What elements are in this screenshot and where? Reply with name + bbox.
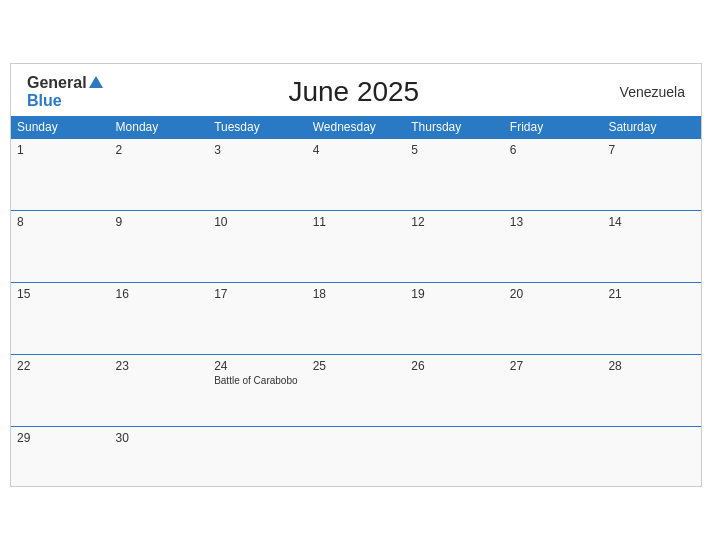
day-number: 28 bbox=[608, 359, 621, 373]
calendar-cell: 23 bbox=[110, 354, 209, 426]
day-number: 25 bbox=[313, 359, 326, 373]
day-number: 27 bbox=[510, 359, 523, 373]
day-number: 7 bbox=[608, 143, 615, 157]
calendar-cell: 24Battle of Carabobo bbox=[208, 354, 307, 426]
calendar-cell: 2 bbox=[110, 138, 209, 210]
day-number: 29 bbox=[17, 431, 30, 445]
calendar-cell: 7 bbox=[602, 138, 701, 210]
calendar-week-row: 2930 bbox=[11, 426, 701, 486]
calendar-container: General Blue June 2025 Venezuela Sunday … bbox=[10, 63, 702, 488]
day-number: 11 bbox=[313, 215, 326, 229]
day-number: 23 bbox=[116, 359, 129, 373]
country-label: Venezuela bbox=[605, 84, 685, 100]
calendar-cell bbox=[307, 426, 406, 486]
day-number: 16 bbox=[116, 287, 129, 301]
day-number: 8 bbox=[17, 215, 24, 229]
day-number: 21 bbox=[608, 287, 621, 301]
day-number: 14 bbox=[608, 215, 621, 229]
day-number: 9 bbox=[116, 215, 123, 229]
calendar-cell: 12 bbox=[405, 210, 504, 282]
calendar-cell bbox=[208, 426, 307, 486]
calendar-week-row: 1234567 bbox=[11, 138, 701, 210]
calendar-week-row: 15161718192021 bbox=[11, 282, 701, 354]
day-number: 30 bbox=[116, 431, 129, 445]
logo-triangle-icon bbox=[89, 76, 103, 88]
calendar-cell: 19 bbox=[405, 282, 504, 354]
calendar-cell: 29 bbox=[11, 426, 110, 486]
calendar-cell: 21 bbox=[602, 282, 701, 354]
day-number: 20 bbox=[510, 287, 523, 301]
day-number: 13 bbox=[510, 215, 523, 229]
weekday-sunday: Sunday bbox=[11, 116, 110, 139]
day-number: 18 bbox=[313, 287, 326, 301]
calendar-cell: 15 bbox=[11, 282, 110, 354]
day-number: 4 bbox=[313, 143, 320, 157]
calendar-header: General Blue June 2025 Venezuela bbox=[11, 64, 701, 116]
calendar-grid: Sunday Monday Tuesday Wednesday Thursday… bbox=[11, 116, 701, 487]
calendar-cell: 17 bbox=[208, 282, 307, 354]
calendar-cell bbox=[405, 426, 504, 486]
weekday-tuesday: Tuesday bbox=[208, 116, 307, 139]
calendar-cell: 11 bbox=[307, 210, 406, 282]
weekday-thursday: Thursday bbox=[405, 116, 504, 139]
day-number: 24 bbox=[214, 359, 227, 373]
calendar-cell bbox=[602, 426, 701, 486]
calendar-cell: 10 bbox=[208, 210, 307, 282]
calendar-cell: 3 bbox=[208, 138, 307, 210]
calendar-cell: 22 bbox=[11, 354, 110, 426]
weekday-monday: Monday bbox=[110, 116, 209, 139]
weekday-saturday: Saturday bbox=[602, 116, 701, 139]
calendar-cell: 1 bbox=[11, 138, 110, 210]
weekday-wednesday: Wednesday bbox=[307, 116, 406, 139]
calendar-cell: 25 bbox=[307, 354, 406, 426]
day-number: 6 bbox=[510, 143, 517, 157]
calendar-cell: 26 bbox=[405, 354, 504, 426]
calendar-cell: 27 bbox=[504, 354, 603, 426]
calendar-cell: 18 bbox=[307, 282, 406, 354]
calendar-cell: 16 bbox=[110, 282, 209, 354]
calendar-cell: 30 bbox=[110, 426, 209, 486]
day-number: 3 bbox=[214, 143, 221, 157]
day-number: 26 bbox=[411, 359, 424, 373]
day-number: 10 bbox=[214, 215, 227, 229]
logo-general-text: General bbox=[27, 74, 87, 92]
day-number: 12 bbox=[411, 215, 424, 229]
calendar-cell: 6 bbox=[504, 138, 603, 210]
weekday-friday: Friday bbox=[504, 116, 603, 139]
logo: General Blue bbox=[27, 74, 103, 110]
calendar-cell: 13 bbox=[504, 210, 603, 282]
event-text: Battle of Carabobo bbox=[214, 375, 297, 386]
day-number: 22 bbox=[17, 359, 30, 373]
calendar-cell: 14 bbox=[602, 210, 701, 282]
day-number: 17 bbox=[214, 287, 227, 301]
day-number: 19 bbox=[411, 287, 424, 301]
calendar-week-row: 222324Battle of Carabobo25262728 bbox=[11, 354, 701, 426]
calendar-cell bbox=[504, 426, 603, 486]
calendar-cell: 4 bbox=[307, 138, 406, 210]
day-number: 15 bbox=[17, 287, 30, 301]
calendar-title: June 2025 bbox=[103, 76, 605, 108]
day-number: 1 bbox=[17, 143, 24, 157]
weekday-header-row: Sunday Monday Tuesday Wednesday Thursday… bbox=[11, 116, 701, 139]
day-number: 5 bbox=[411, 143, 418, 157]
calendar-cell: 28 bbox=[602, 354, 701, 426]
calendar-cell: 5 bbox=[405, 138, 504, 210]
calendar-cell: 8 bbox=[11, 210, 110, 282]
calendar-week-row: 891011121314 bbox=[11, 210, 701, 282]
calendar-cell: 9 bbox=[110, 210, 209, 282]
logo-blue-text: Blue bbox=[27, 92, 62, 110]
calendar-cell: 20 bbox=[504, 282, 603, 354]
day-number: 2 bbox=[116, 143, 123, 157]
